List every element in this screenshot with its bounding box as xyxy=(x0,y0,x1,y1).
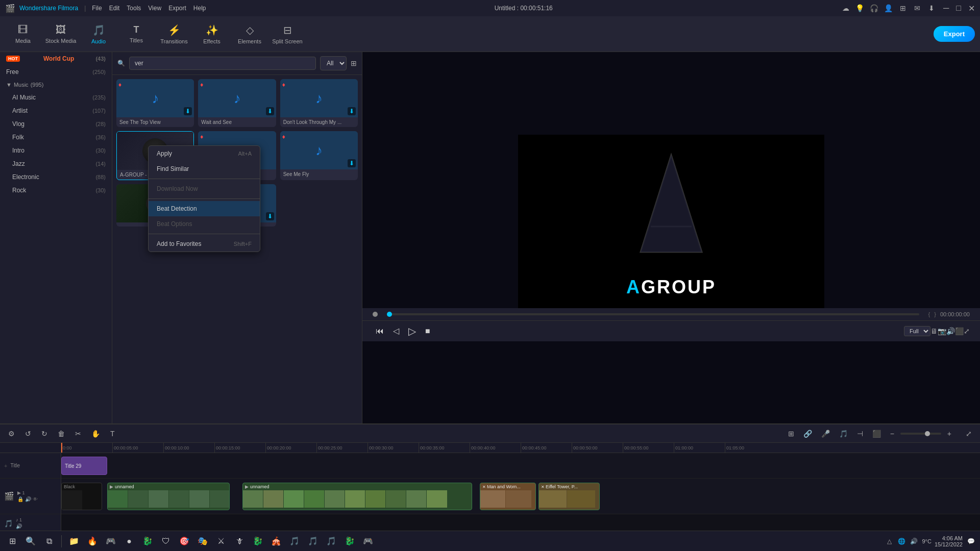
close-button[interactable]: ✕ xyxy=(968,4,975,13)
quality-dropdown[interactable]: Full xyxy=(904,326,930,336)
cm-find-similar[interactable]: Find Similar xyxy=(149,161,260,177)
tray-volume-icon[interactable]: 🔊 xyxy=(909,536,919,546)
tool-media[interactable]: 🎞 Media xyxy=(5,19,41,49)
search-taskbar-button[interactable]: 🔍 xyxy=(22,533,39,549)
notification-icon[interactable]: 💬 xyxy=(966,536,976,546)
menu-help[interactable]: Help xyxy=(193,5,206,12)
card-3-download-icon[interactable]: ⬇ xyxy=(348,107,356,115)
sidebar-music-header[interactable]: ▼ Music (995) xyxy=(0,79,112,91)
zoom-out-btn[interactable]: − xyxy=(887,429,897,439)
track-a1-mute[interactable]: 🔊 xyxy=(16,523,22,529)
track-v1-lock[interactable]: 🔒 xyxy=(17,496,23,502)
tool-audio[interactable]: 🎵 Audio xyxy=(81,19,116,49)
sidebar-item-rock[interactable]: Rock (30) xyxy=(0,184,112,197)
sidebar-item-intro[interactable]: Intro (30) xyxy=(0,144,112,157)
export-frame-icon[interactable]: ⬛ xyxy=(955,327,964,335)
sidebar-item-folk[interactable]: Folk (36) xyxy=(0,131,112,144)
taskbar-app11[interactable]: 🐉 xyxy=(250,533,266,549)
tool-split-screen[interactable]: ⊟ Split Screen xyxy=(270,19,305,49)
audio-card-2[interactable]: ♦ ♪ ⬇ Wait and See xyxy=(198,79,276,127)
menu-view[interactable]: View xyxy=(148,5,161,12)
tl-hand-btn[interactable]: ✋ xyxy=(88,429,103,439)
tl-split-btn[interactable]: ⊣ xyxy=(854,429,866,439)
video-clip-unnamed-1[interactable]: ▶ unnamed xyxy=(107,483,230,510)
tl-mic-btn[interactable]: 🎤 xyxy=(818,429,833,439)
search-input[interactable] xyxy=(129,57,316,70)
cm-beat-detection[interactable]: Beat Detection xyxy=(149,201,260,216)
taskbar-app17[interactable]: 🎮 xyxy=(360,533,376,549)
stop-button[interactable]: ■ xyxy=(422,325,433,337)
monitor-icon[interactable]: 🖥 xyxy=(930,327,938,335)
screenshot-icon[interactable]: 📷 xyxy=(938,327,946,335)
cloud-icon[interactable]: ☁ xyxy=(841,4,850,13)
sidebar-item-electronic[interactable]: Electronic (88) xyxy=(0,170,112,184)
taskbar-app7[interactable]: 🎯 xyxy=(176,533,192,549)
cm-apply[interactable]: Apply Alt+A xyxy=(149,146,260,161)
sidebar-item-ai-music[interactable]: AI Music (235) xyxy=(0,91,112,104)
taskbar-app5[interactable]: 🐉 xyxy=(139,533,156,549)
tl-expand-btn[interactable]: ⤢ xyxy=(963,429,975,439)
tray-icon-1[interactable]: △ xyxy=(884,536,894,546)
tool-effects[interactable]: ✨ Effects xyxy=(194,19,230,49)
menu-tools[interactable]: Tools xyxy=(127,5,141,12)
tool-elements[interactable]: ◇ Elements xyxy=(232,19,267,49)
taskbar-firefox[interactable]: 🔥 xyxy=(84,533,101,549)
card-8-download-icon[interactable]: ⬇ xyxy=(266,212,274,220)
headset-icon[interactable]: 🎧 xyxy=(870,4,879,13)
tl-text-btn[interactable]: T xyxy=(107,429,118,439)
frame-back-button[interactable]: ◁ xyxy=(390,325,402,337)
taskbar-app12[interactable]: 🎪 xyxy=(268,533,284,549)
audio-card-3[interactable]: ♦ ♪ ⬇ Don't Look Through My ... xyxy=(280,79,358,127)
video-clip-black[interactable]: Black xyxy=(61,483,102,510)
tool-transitions[interactable]: ⚡ Transitions xyxy=(156,19,192,49)
taskbar-chrome[interactable]: ● xyxy=(121,533,137,549)
taskbar-app14[interactable]: 🎵 xyxy=(305,533,321,549)
tl-redo-btn[interactable]: ↻ xyxy=(38,429,51,439)
tray-network-icon[interactable]: 🌐 xyxy=(896,536,906,546)
sidebar-item-vlog[interactable]: Vlog (28) xyxy=(0,117,112,131)
track-v1-eye[interactable]: 👁 xyxy=(33,496,38,502)
title-clip-29[interactable]: Title 29 xyxy=(61,457,107,475)
video-clip-eiffel[interactable]: ✕ Eiffel Tower, P... xyxy=(538,483,600,510)
menu-edit[interactable]: Edit xyxy=(109,5,120,12)
bulb-icon[interactable]: 💡 xyxy=(855,4,865,13)
taskbar-app9[interactable]: ⚔ xyxy=(213,533,229,549)
tool-stock-media[interactable]: 🖼 Stock Media xyxy=(43,19,79,49)
step-back-button[interactable]: ⏮ xyxy=(373,325,387,337)
sidebar-item-free[interactable]: Free (250) xyxy=(0,65,112,79)
taskbar-app10[interactable]: 🗡 xyxy=(231,533,248,549)
start-button[interactable]: ⊞ xyxy=(4,533,20,549)
play-pause-button[interactable]: ▷ xyxy=(405,324,419,338)
layout-icon[interactable]: ⊞ xyxy=(898,4,908,13)
playhead[interactable] xyxy=(61,443,62,453)
audio-card-6[interactable]: ♦ ♪ ⬇ See Me Fly xyxy=(280,131,358,180)
track-v1-mute[interactable]: 🔊 xyxy=(25,496,31,502)
filter-dropdown[interactable]: All xyxy=(320,56,347,70)
track-add-icon[interactable]: + xyxy=(4,463,7,469)
mail-icon[interactable]: ✉ xyxy=(913,4,922,13)
tl-delete-btn[interactable]: 🗑 xyxy=(55,429,68,439)
sidebar-item-world-cup[interactable]: HOT World Cup (43) xyxy=(0,52,112,65)
taskbar-nvidia[interactable]: 🎮 xyxy=(103,533,119,549)
zoom-slider[interactable] xyxy=(900,433,941,435)
taskbar-app13[interactable]: 🎵 xyxy=(286,533,303,549)
menu-file[interactable]: File xyxy=(92,5,102,12)
sidebar-item-artlist[interactable]: Artlist (107) xyxy=(0,104,112,117)
download-icon[interactable]: ⬇ xyxy=(927,4,936,13)
volume-icon[interactable]: 🔊 xyxy=(946,327,955,335)
grid-view-icon[interactable]: ⊞ xyxy=(351,59,357,67)
video-clip-unnamed-2[interactable]: ▶ unnamed xyxy=(242,483,472,510)
tl-cut-btn[interactable]: ✂ xyxy=(72,429,84,439)
tl-snap-btn[interactable]: ⊞ xyxy=(785,429,797,439)
card-6-download-icon[interactable]: ⬇ xyxy=(348,159,356,167)
taskbar-app16[interactable]: 🐉 xyxy=(341,533,358,549)
tl-undo-btn[interactable]: ↺ xyxy=(22,429,34,439)
user-icon[interactable]: 👤 xyxy=(884,4,893,13)
taskbar-app8[interactable]: 🎭 xyxy=(194,533,211,549)
video-clip-man-woman[interactable]: ✕ Man and Wom... xyxy=(480,483,536,510)
taskview-button[interactable]: ⧉ xyxy=(41,533,57,549)
tl-settings-btn[interactable]: ⚙ xyxy=(5,429,18,439)
zoom-in-btn[interactable]: + xyxy=(944,429,954,439)
export-button[interactable]: Export xyxy=(934,26,975,42)
taskbar-files[interactable]: 📁 xyxy=(66,533,82,549)
